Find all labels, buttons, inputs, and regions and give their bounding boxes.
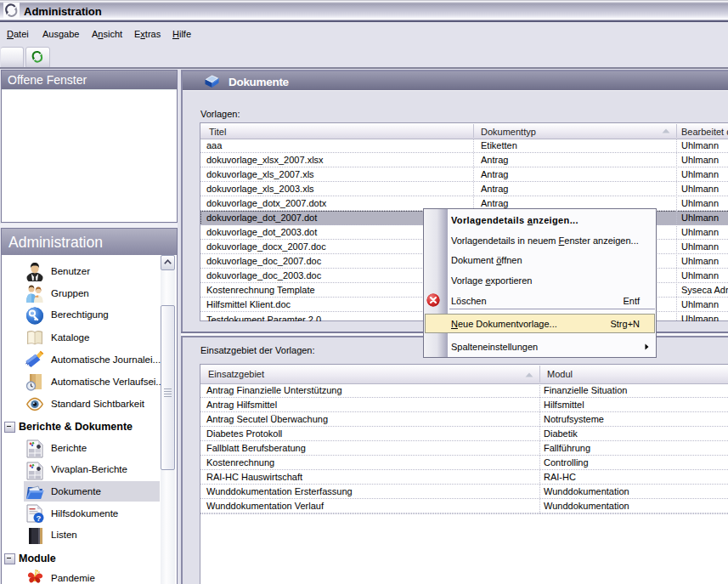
svg-text:?: ? [37,513,42,523]
